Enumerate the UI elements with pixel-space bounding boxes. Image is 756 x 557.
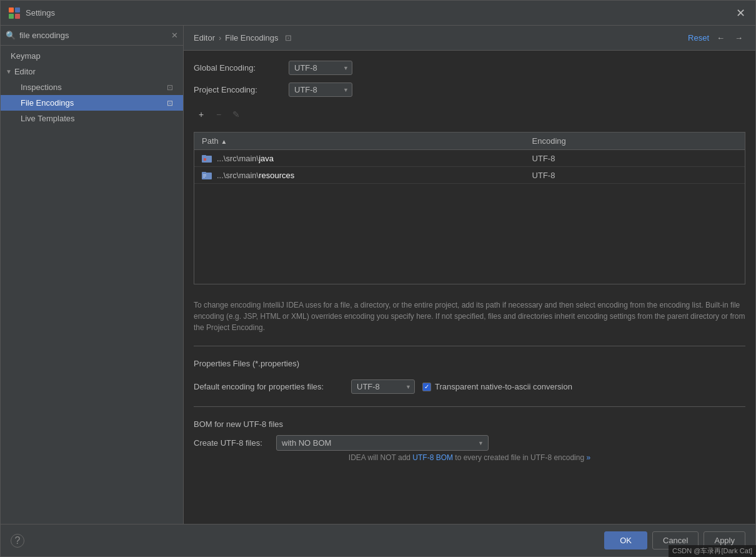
forward-button[interactable]: → bbox=[732, 32, 745, 44]
transparent-label: Transparent native-to-ascii conversion bbox=[435, 382, 572, 391]
properties-row: Default encoding for properties files: U… bbox=[194, 379, 745, 394]
file-encodings-label: File Encodings bbox=[21, 98, 163, 108]
properties-section: Properties Files (*.properties) Default … bbox=[194, 359, 745, 394]
table-body: ...\src\main\java UTF-8 bbox=[194, 150, 745, 184]
path-text-java: ...\src\main\java bbox=[217, 154, 274, 163]
bom-label: Create UTF-8 files: bbox=[194, 438, 269, 448]
info-arrow-icon: » bbox=[586, 453, 590, 462]
svg-rect-0 bbox=[9, 8, 14, 13]
search-icon: 🔍 bbox=[6, 31, 16, 40]
svg-rect-9 bbox=[203, 174, 206, 175]
project-encoding-label: Project Encoding: bbox=[194, 85, 281, 94]
nav-tree: Keymap ▼ Editor Inspections ⊡ File Encod… bbox=[1, 46, 183, 524]
encoding-value-resources: UTF-8 bbox=[525, 167, 745, 184]
transparent-checkbox-container: ✓ Transparent native-to-ascii conversion bbox=[422, 382, 572, 391]
header-actions: Reset ← → bbox=[688, 32, 745, 44]
encoding-description: To change encoding IntelliJ IDEA uses fo… bbox=[194, 299, 745, 333]
properties-encoding-select-wrapper: UTF-8 UTF-16 ISO-8859-1 bbox=[351, 379, 415, 394]
sidebar-item-keymap[interactable]: Keymap bbox=[1, 48, 183, 64]
search-clear-button[interactable]: ✕ bbox=[171, 31, 178, 40]
bom-row: Create UTF-8 files: with NO BOM with BOM… bbox=[194, 435, 745, 451]
utf8-bom-link[interactable]: UTF-8 BOM bbox=[412, 453, 453, 462]
svg-rect-5 bbox=[202, 155, 206, 157]
svg-rect-10 bbox=[203, 176, 206, 176]
folder-resources-icon bbox=[202, 170, 212, 180]
live-templates-label: Live Templates bbox=[21, 114, 74, 123]
bom-select-wrapper: with NO BOM with BOM with BOM (required … bbox=[276, 435, 489, 451]
sidebar-item-inspections[interactable]: Inspections ⊡ bbox=[1, 79, 183, 95]
sidebar-item-live-templates[interactable]: Live Templates bbox=[1, 111, 183, 126]
project-encoding-select[interactable]: UTF-8 UTF-16 ISO-8859-1 bbox=[289, 83, 352, 97]
copy-icon-2: ⊡ bbox=[167, 99, 173, 108]
breadcrumb: Editor › File Encodings ⊡ bbox=[194, 33, 688, 43]
bom-section: BOM for new UTF-8 files Create UTF-8 fil… bbox=[194, 419, 745, 462]
right-header: Editor › File Encodings ⊡ Reset ← → bbox=[184, 26, 755, 51]
app-icon bbox=[8, 7, 21, 19]
path-encoding-table: Path Encoding bbox=[194, 133, 745, 184]
checkbox-check-icon: ✓ bbox=[424, 383, 429, 390]
inspections-label: Inspections bbox=[21, 83, 163, 92]
path-cell-java: ...\src\main\java bbox=[202, 153, 517, 163]
global-encoding-select-wrapper: UTF-8 UTF-16 ISO-8859-1 bbox=[289, 61, 352, 75]
back-button[interactable]: ← bbox=[714, 32, 727, 44]
search-input[interactable] bbox=[19, 31, 171, 40]
section-divider-bom bbox=[194, 406, 745, 407]
table-empty-area bbox=[194, 184, 745, 284]
transparent-checkbox[interactable]: ✓ bbox=[422, 383, 431, 391]
global-encoding-select[interactable]: UTF-8 UTF-16 ISO-8859-1 bbox=[289, 61, 352, 75]
properties-section-title: Properties Files (*.properties) bbox=[194, 359, 299, 368]
global-encoding-label: Global Encoding: bbox=[194, 63, 281, 73]
sidebar-item-editor[interactable]: ▼ Editor bbox=[1, 64, 183, 79]
bom-info-text: IDEA will NOT add UTF-8 BOM to every cre… bbox=[194, 453, 745, 462]
settings-pin-icon: ⊡ bbox=[285, 33, 292, 43]
bom-select[interactable]: with NO BOM with BOM with BOM (required … bbox=[276, 435, 489, 451]
right-panel: Editor › File Encodings ⊡ Reset ← → Glob… bbox=[184, 26, 755, 524]
left-panel: 🔍 ✕ Keymap ▼ Editor Inspections ⊡ bbox=[1, 26, 184, 524]
path-text-resources: ...\src\main\resources bbox=[217, 171, 294, 180]
add-path-button[interactable]: + bbox=[194, 107, 209, 122]
properties-encoding-label: Default encoding for properties files: bbox=[194, 382, 344, 391]
main-content: 🔍 ✕ Keymap ▼ Editor Inspections ⊡ bbox=[1, 26, 755, 524]
search-bar: 🔍 ✕ bbox=[1, 26, 183, 46]
path-encoding-table-area: Path Encoding bbox=[194, 132, 745, 284]
encoding-column-header[interactable]: Encoding bbox=[525, 133, 745, 150]
help-button[interactable]: ? bbox=[11, 534, 24, 548]
properties-encoding-select[interactable]: UTF-8 UTF-16 ISO-8859-1 bbox=[351, 379, 415, 394]
remove-path-button[interactable]: − bbox=[211, 107, 226, 122]
footer: ? OK Cancel Apply bbox=[1, 524, 755, 556]
copy-icon: ⊡ bbox=[167, 83, 173, 92]
keymap-label: Keymap bbox=[11, 51, 41, 61]
path-cell-resources: ...\src\main\resources bbox=[202, 170, 517, 180]
svg-rect-1 bbox=[15, 8, 20, 13]
close-button[interactable]: ✕ bbox=[734, 6, 748, 20]
title-bar: Settings ✕ bbox=[1, 1, 755, 26]
svg-rect-2 bbox=[9, 14, 14, 19]
reset-button[interactable]: Reset bbox=[688, 33, 709, 43]
path-column-header[interactable]: Path bbox=[194, 133, 525, 150]
ok-button[interactable]: OK bbox=[604, 531, 647, 549]
breadcrumb-current: File Encodings bbox=[225, 33, 278, 43]
breadcrumb-separator: › bbox=[219, 33, 221, 43]
encoding-value-java: UTF-8 bbox=[525, 150, 745, 167]
svg-rect-8 bbox=[202, 172, 206, 174]
project-encoding-row: Project Encoding: UTF-8 UTF-16 ISO-8859-… bbox=[194, 83, 745, 97]
window-title: Settings bbox=[26, 8, 734, 18]
project-encoding-select-wrapper: UTF-8 UTF-16 ISO-8859-1 bbox=[289, 83, 352, 97]
table-header: Path Encoding bbox=[194, 133, 745, 150]
bom-section-title: BOM for new UTF-8 files bbox=[194, 419, 283, 429]
svg-rect-11 bbox=[203, 177, 205, 178]
svg-rect-6 bbox=[204, 158, 206, 161]
edit-path-button[interactable]: ✎ bbox=[229, 107, 244, 122]
folder-java-icon bbox=[202, 153, 212, 163]
table-row[interactable]: ...\src\main\java UTF-8 bbox=[194, 150, 745, 167]
svg-rect-3 bbox=[15, 14, 20, 19]
breadcrumb-parent: Editor bbox=[194, 33, 215, 43]
right-content: Global Encoding: UTF-8 UTF-16 ISO-8859-1… bbox=[184, 51, 755, 524]
sidebar-item-file-encodings[interactable]: File Encodings ⊡ bbox=[1, 95, 183, 111]
watermark: CSDN @车录再[Dark Cat] bbox=[669, 545, 756, 557]
settings-window: Settings ✕ 🔍 ✕ Keymap ▼ Editor bbox=[0, 0, 756, 557]
chevron-down-icon: ▼ bbox=[6, 68, 12, 75]
table-row[interactable]: ...\src\main\resources UTF-8 bbox=[194, 167, 745, 184]
section-divider-properties bbox=[194, 346, 745, 346]
toolbar: + − ✎ bbox=[194, 104, 745, 124]
